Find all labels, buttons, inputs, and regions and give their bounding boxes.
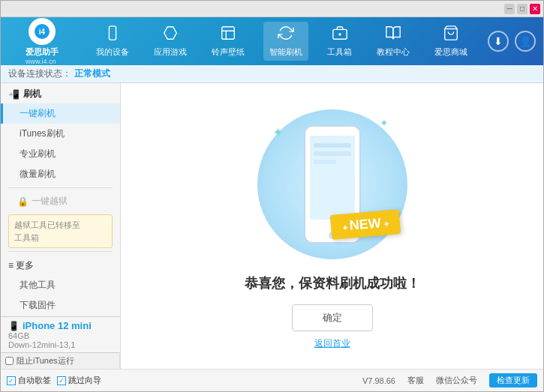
sidebar-divider-1 (8, 187, 113, 188)
itunes-bar: 阻止iTunes运行 (1, 352, 120, 369)
device-panel: 📱 iPhone 12 mini 64GB Down-12mini-13,1 (1, 317, 120, 352)
customer-service-link[interactable]: 客服 (407, 375, 424, 386)
success-text: 恭喜您，保资料刷机成功啦！ (245, 274, 420, 292)
nav-smart-flash-label: 智能刷机 (269, 46, 302, 58)
bottom-left: ✓ 自动歌签 ✓ 跳过向导 (7, 375, 127, 386)
store-icon (443, 25, 459, 45)
svg-rect-4 (222, 27, 235, 40)
ringtone-icon (220, 25, 236, 45)
confirm-button[interactable]: 确定 (292, 304, 373, 331)
version-text: V7.98.66 (362, 376, 395, 385)
nav-my-device[interactable]: 我的设备 (90, 22, 135, 61)
flash-section-icon: 📲 (8, 89, 20, 100)
download-btn[interactable]: ⬇ (488, 31, 509, 52)
sidebar-info-box: 越狱工具已转移至工具箱 (8, 214, 113, 248)
bottom-checkboxes: ✓ 自动歌签 ✓ 跳过向导 (7, 375, 127, 386)
nav-tutorial[interactable]: 教程中心 (371, 22, 416, 61)
nav-toolbox[interactable]: 工具箱 (321, 22, 358, 61)
auto-close-checkbox[interactable]: ✓ 自动歌签 (7, 375, 51, 386)
sparkle-tr-icon: ✦ (380, 117, 389, 129)
sidebar-section-flash: 📲 刷机 (1, 83, 120, 103)
wechat-link[interactable]: 微信公众号 (436, 375, 477, 386)
device-name: iPhone 12 mini (23, 320, 92, 331)
nav-store[interactable]: 爱思商城 (428, 22, 473, 61)
nav-ringtone[interactable]: 铃声壁纸 (206, 22, 251, 61)
sidebar-section-jailbreak: 🔒 一键越狱 (1, 191, 120, 211)
device-storage: 64GB (8, 331, 113, 340)
status-label: 设备连接状态： (8, 67, 71, 80)
sidebar-item-itunes-flash[interactable]: iTunes刷机 (1, 124, 120, 144)
user-btn[interactable]: 👤 (515, 31, 536, 52)
sparkle-tl-icon: ✦ (272, 124, 284, 141)
smart-flash-icon (278, 25, 294, 45)
check-update-btn[interactable]: 检查更新 (489, 373, 537, 388)
svg-rect-12 (314, 151, 351, 156)
header-right: ⬇ 👤 (488, 31, 536, 52)
phone-small-icon: 📱 (8, 321, 20, 331)
sidebar: 📲 刷机 一键刷机 iTunes刷机 专业刷机 微量刷机 (1, 83, 121, 369)
bottom-bar: ✓ 自动歌签 ✓ 跳过向导 V7.98.66 客服 微信公众号 检查更新 (1, 369, 543, 391)
toolbox-icon (332, 25, 348, 45)
content-area: ✦ ✦ NEW 恭喜您，保资料刷机成功啦！ 确定 返回首业 (121, 83, 543, 369)
nav-smart-flash[interactable]: 智能刷机 (263, 22, 308, 61)
svg-rect-13 (314, 160, 336, 164)
back-link[interactable]: 返回首业 (314, 337, 350, 350)
nav-tutorial-label: 教程中心 (377, 46, 410, 58)
flash-section-label: 刷机 (23, 88, 41, 100)
nav-app-games-label: 应用游戏 (154, 46, 187, 58)
body-main: 📲 刷机 一键刷机 iTunes刷机 专业刷机 微量刷机 (1, 83, 543, 369)
status-value: 正常模式 (74, 67, 110, 80)
sidebar-item-data-flash[interactable]: 微量刷机 (1, 164, 120, 184)
svg-rect-10 (310, 136, 355, 220)
more-section-label: ≡ 更多 (8, 259, 34, 272)
device-version: Down-12mini-13,1 (8, 340, 113, 349)
titlebar: ─ □ ✕ (1, 1, 543, 17)
skip-wizard-checkbox[interactable]: ✓ 跳过向导 (57, 375, 101, 386)
skip-wizard-checkmark: ✓ (57, 376, 66, 385)
sidebar-item-one-click-flash[interactable]: 一键刷机 (1, 103, 120, 124)
itunes-checkbox[interactable] (5, 357, 14, 365)
sidebar-item-pro-flash[interactable]: 专业刷机 (1, 144, 120, 164)
tutorial-icon (385, 25, 401, 45)
lock-icon: 🔒 (17, 196, 29, 207)
logo-icon: i4 (29, 18, 56, 45)
circle-bg: ✦ ✦ NEW (257, 109, 407, 259)
nav-app-games[interactable]: 应用游戏 (148, 22, 193, 61)
app-window: ─ □ ✕ i4 爱思助手 www.i4.cn (0, 0, 544, 392)
logo-text: 爱思助手 www.i4.cn (26, 46, 59, 65)
nav-my-device-label: 我的设备 (96, 46, 129, 58)
sidebar-bottom-area: 📱 iPhone 12 mini 64GB Down-12mini-13,1 阻… (1, 316, 120, 369)
nav-ringtone-label: 铃声壁纸 (212, 46, 245, 58)
minimize-btn[interactable]: ─ (504, 4, 515, 14)
statusbar: 设备连接状态： 正常模式 (1, 65, 543, 83)
svg-rect-11 (314, 143, 351, 148)
app-games-icon (162, 25, 179, 45)
sidebar-divider-2 (8, 251, 113, 252)
sidebar-item-other-tools[interactable]: 其他工具 (1, 275, 120, 295)
itunes-label: 阻止iTunes运行 (17, 355, 74, 367)
nav-bar: 我的设备 应用游戏 铃声壁纸 (83, 22, 480, 61)
bottom-right: V7.98.66 客服 微信公众号 检查更新 (127, 373, 537, 388)
sidebar-section-more: ≡ 更多 (1, 255, 120, 275)
illustration: ✦ ✦ NEW (250, 102, 415, 267)
auto-close-checkmark: ✓ (7, 376, 16, 385)
logo-area: i4 爱思助手 www.i4.cn (8, 18, 76, 65)
svg-rect-2 (109, 26, 116, 40)
header: i4 爱思助手 www.i4.cn 我的设备 (1, 17, 543, 65)
my-device-icon (104, 25, 121, 45)
nav-store-label: 爱思商城 (434, 46, 467, 58)
svg-text:i4: i4 (39, 28, 46, 36)
new-badge: NEW (330, 209, 401, 240)
sidebar-item-download-firmware[interactable]: 下载固件 (1, 295, 120, 316)
close-btn[interactable]: ✕ (530, 4, 540, 14)
nav-toolbox-label: 工具箱 (327, 46, 352, 58)
sidebar-content: 📲 刷机 一键刷机 iTunes刷机 专业刷机 微量刷机 (1, 83, 120, 316)
maximize-btn[interactable]: □ (517, 4, 527, 14)
